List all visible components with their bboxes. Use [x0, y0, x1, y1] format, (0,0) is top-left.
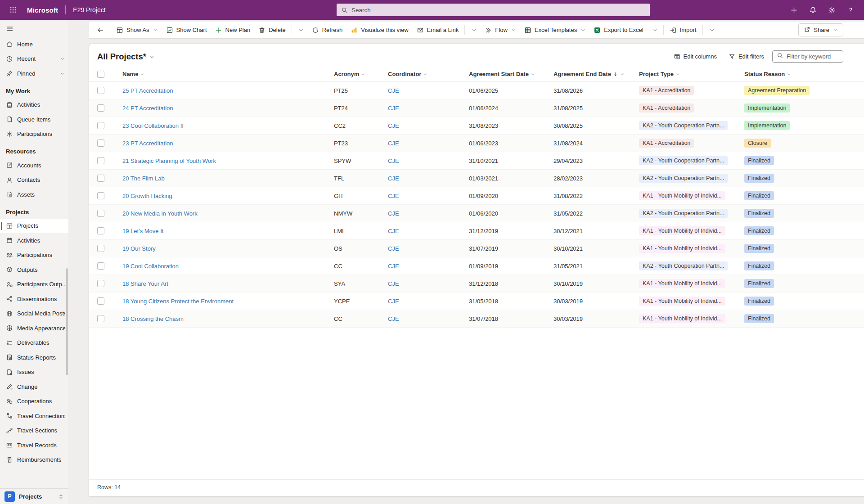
- table-row[interactable]: 23 Cool Collaboration II CC2 CJE 31/08/2…: [89, 117, 864, 135]
- notifications-button[interactable]: [805, 2, 821, 18]
- table-row[interactable]: 20 Growth Hacking GH CJE 01/09/2020 31/0…: [89, 187, 864, 205]
- command-excel-templates[interactable]: Excel Templates: [520, 23, 590, 36]
- command-delete[interactable]: Delete: [254, 23, 290, 36]
- project-name-link[interactable]: 18 Young Citizens Protect the Environmen…: [122, 298, 234, 305]
- coordinator-link[interactable]: CJE: [388, 87, 399, 94]
- command-email-a-link[interactable]: Email a Link: [413, 23, 463, 36]
- overflow-button[interactable]: [294, 23, 308, 36]
- project-name-link[interactable]: 19 Our Story: [122, 245, 156, 252]
- keyword-filter-box[interactable]: [772, 50, 843, 63]
- table-row[interactable]: 18 Share Your Art SYA CJE 31/12/2018 30/…: [89, 275, 864, 292]
- coordinator-link[interactable]: CJE: [388, 263, 399, 270]
- table-row[interactable]: 18 Crossing the Chasm CC CJE 31/07/2018 …: [89, 310, 864, 328]
- row-checkbox[interactable]: [97, 297, 104, 305]
- command-refresh[interactable]: Refresh: [308, 23, 347, 36]
- table-row[interactable]: 20 New Media in Youth Work NMYW CJE 01/0…: [89, 205, 864, 222]
- settings-button[interactable]: [824, 2, 840, 18]
- project-name-link[interactable]: 25 PT Accreditation: [122, 87, 173, 94]
- table-row[interactable]: 20 The Film Lab TFL CJE 01/03/2021 28/02…: [89, 170, 864, 187]
- coordinator-link[interactable]: CJE: [388, 122, 399, 129]
- help-button[interactable]: [842, 2, 859, 18]
- table-row[interactable]: 19 Cool Collaboration CC CJE 01/09/2019 …: [89, 257, 864, 275]
- sidebar-item-issues[interactable]: Issues: [0, 365, 68, 380]
- command-visualize-this-view[interactable]: Visualize this view: [346, 23, 412, 36]
- command-new-plan[interactable]: New Plan: [211, 23, 255, 36]
- coordinator-link[interactable]: CJE: [388, 105, 399, 112]
- row-checkbox[interactable]: [97, 157, 104, 164]
- sidebar-item-activities[interactable]: Activities: [0, 233, 68, 248]
- project-name-link[interactable]: 19 Let's Move It: [122, 228, 163, 234]
- command-show-as[interactable]: Show As: [112, 23, 162, 36]
- project-name-link[interactable]: 20 The Film Lab: [122, 175, 165, 182]
- sidebar-item-deliverables[interactable]: Deliverables: [0, 336, 68, 351]
- coordinator-link[interactable]: CJE: [388, 193, 399, 199]
- table-row[interactable]: 24 PT Accreditation PT24 CJE 01/06/2024 …: [89, 99, 864, 117]
- project-name-link[interactable]: 20 Growth Hacking: [122, 193, 172, 199]
- project-name-link[interactable]: 20 New Media in Youth Work: [122, 210, 198, 217]
- column-header-name[interactable]: Name: [122, 71, 334, 77]
- column-header-status-reason[interactable]: Status Reason: [744, 71, 864, 77]
- project-name-link[interactable]: 21 Strategic Planning of Youth Work: [122, 158, 216, 164]
- view-selector[interactable]: All Projects*: [97, 52, 154, 62]
- project-name-link[interactable]: 18 Crossing the Chasm: [122, 315, 184, 322]
- edit-filters-button[interactable]: Edit filters: [725, 51, 768, 62]
- row-checkbox[interactable]: [97, 140, 104, 147]
- coordinator-link[interactable]: CJE: [388, 315, 399, 322]
- sidebar-item-participations[interactable]: Participations: [0, 248, 68, 263]
- command-export-to-excel[interactable]: Export to Excel: [590, 23, 647, 36]
- hamburger-menu-icon[interactable]: [0, 22, 68, 37]
- sidebar-item-outputs[interactable]: Outputs: [0, 262, 68, 277]
- coordinator-link[interactable]: CJE: [388, 158, 399, 164]
- table-row[interactable]: 23 PT Accreditation PT23 CJE 01/06/2023 …: [89, 135, 864, 152]
- edit-columns-button[interactable]: Edit columns: [670, 51, 720, 62]
- share-button[interactable]: Share: [798, 23, 843, 36]
- sidebar-item-change[interactable]: Change: [0, 379, 68, 394]
- table-row[interactable]: 19 Let's Move It LMI CJE 31/12/2019 30/1…: [89, 222, 864, 240]
- sidebar-item-home[interactable]: Home: [0, 37, 68, 52]
- column-header-project-type[interactable]: Project Type: [639, 71, 744, 77]
- overflow-button[interactable]: [648, 23, 662, 36]
- coordinator-link[interactable]: CJE: [388, 245, 399, 252]
- sidebar-item-projects[interactable]: Projects: [0, 219, 68, 234]
- sidebar-item-cooperations[interactable]: Cooperations: [0, 394, 68, 409]
- waffle-icon[interactable]: [5, 2, 21, 18]
- coordinator-link[interactable]: CJE: [388, 210, 399, 217]
- column-header-coordinator[interactable]: Coordinator: [388, 71, 469, 77]
- row-checkbox[interactable]: [97, 227, 104, 234]
- table-row[interactable]: 21 Strategic Planning of Youth Work SPYW…: [89, 152, 864, 170]
- command-flow[interactable]: Flow: [481, 23, 520, 36]
- sidebar-item-participations[interactable]: Participations: [0, 127, 68, 142]
- row-checkbox[interactable]: [97, 280, 104, 287]
- table-row[interactable]: 19 Our Story OS CJE 31/07/2019 30/10/202…: [89, 240, 864, 257]
- sidebar-item-disseminations[interactable]: Disseminations: [0, 292, 68, 306]
- row-checkbox[interactable]: [97, 245, 104, 252]
- sidebar-item-reimbursements[interactable]: Reimbursements: [0, 453, 68, 468]
- row-checkbox[interactable]: [97, 192, 104, 199]
- sidebar-item-status-reports[interactable]: Status Reports: [0, 350, 68, 365]
- row-checkbox[interactable]: [97, 262, 104, 270]
- row-checkbox[interactable]: [97, 175, 104, 182]
- table-row[interactable]: 18 Young Citizens Protect the Environmen…: [89, 292, 864, 310]
- column-header-agreement-start-date[interactable]: Agreement Start Date: [469, 71, 554, 77]
- sidebar-item-recent[interactable]: Recent: [0, 52, 68, 67]
- select-all-checkbox[interactable]: [97, 71, 104, 78]
- global-search-input[interactable]: [351, 7, 645, 14]
- column-header-acronym[interactable]: Acronym: [334, 71, 388, 77]
- project-name-link[interactable]: 18 Share Your Art: [122, 280, 168, 287]
- sidebar-item-activities[interactable]: Activities: [0, 98, 68, 112]
- area-switcher[interactable]: P Projects: [0, 488, 68, 504]
- coordinator-link[interactable]: CJE: [388, 140, 399, 147]
- sidebar-item-assets[interactable]: Assets: [0, 187, 68, 202]
- sidebar-item-travel-connections[interactable]: Travel Connections: [0, 409, 68, 423]
- project-name-link[interactable]: 19 Cool Collaboration: [122, 263, 179, 270]
- row-checkbox[interactable]: [97, 104, 104, 112]
- new-record-button[interactable]: [786, 2, 802, 18]
- row-checkbox[interactable]: [97, 87, 104, 94]
- sidebar-item-travel-records[interactable]: Travel Records: [0, 438, 68, 453]
- project-name-link[interactable]: 24 PT Accreditation: [122, 105, 173, 112]
- coordinator-link[interactable]: CJE: [388, 175, 399, 182]
- sidebar-item-contacts[interactable]: Contacts: [0, 173, 68, 188]
- sidebar-item-media-appearances[interactable]: Media Appearances: [0, 321, 68, 336]
- sidebar-item-accounts[interactable]: Accounts: [0, 158, 68, 173]
- sidebar-scrollbar[interactable]: [66, 268, 68, 375]
